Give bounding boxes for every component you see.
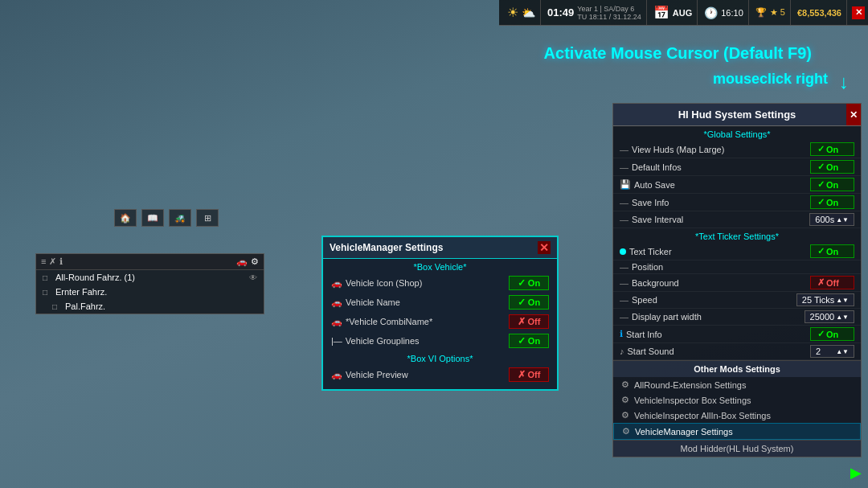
hud-label-start-sound: ♪ Start Sound <box>620 347 807 356</box>
mod-item-vehicle-manager[interactable]: ⚙ VehicleManager Settings <box>613 423 861 440</box>
mod-label-allround: AllRound-Extension Settings <box>634 380 746 390</box>
hud-settings-title: HI Hud System Settings <box>678 109 796 121</box>
floppy-icon: 💾 <box>620 179 631 190</box>
vm-setting-vehicle-grouplines: |— Vehicle Grouplines ✓ On <box>323 331 557 351</box>
vm-label-vehicle-preview: 🚗 Vehicle Preview <box>331 370 504 380</box>
cursor-arrow-icon: ↓ <box>839 71 849 93</box>
icon-house[interactable]: 🏠 <box>114 209 137 227</box>
vm-toggle-vehicle-icon[interactable]: ✓ On <box>509 276 549 290</box>
hud-label-view-huds: — View Huds (Map Large) <box>620 145 807 154</box>
other-mods-header: Other Mods Settings <box>613 360 861 377</box>
hud-row-start-info: ℹ Start Info ✓ On <box>613 326 861 343</box>
hud-calendar: 📅 AUG <box>649 0 698 25</box>
vm-toggle-vehicle-combiname[interactable]: ✗ Off <box>509 314 549 329</box>
hud-text-ticker-section: *Text Ticker Settings* <box>613 228 861 243</box>
hud-toggle-text-ticker[interactable]: ✓ On <box>810 244 854 258</box>
hud-value-display-width[interactable]: 25000 ▲▼ <box>805 310 854 323</box>
mod-label-vi-allin: VehicleInspector AllIn-Box Settings <box>634 411 771 420</box>
hud-label-save-interval: — Save Interval <box>620 215 806 224</box>
hud-row-display-width: — Display part width 25000 ▲▼ <box>613 309 861 326</box>
hud-stars: 🏆 ★ 5 <box>751 0 791 25</box>
dash-icon-2: — <box>620 162 628 172</box>
hud-label-save-info: — Save Info <box>620 198 807 207</box>
dash-icon-3: — <box>620 198 628 207</box>
vehicle-label-ernter: Ernter Fahrz. <box>55 287 107 297</box>
icon-tractor[interactable]: 🚜 <box>169 209 191 227</box>
cyan-dot-ticker <box>620 248 626 255</box>
vm-toggle-vehicle-preview[interactable]: ✗ Off <box>509 367 549 382</box>
list-icon-vehicle: 🚗 <box>236 256 248 267</box>
vehicle-list-header-icons: ≡ ✗ ℹ <box>41 256 63 267</box>
hud-toggle-start-info[interactable]: ✓ On <box>810 327 854 341</box>
vm-setting-vehicle-name: 🚗 Vehicle Name ✓ On <box>323 293 557 312</box>
start-sound-stepper[interactable]: ▲▼ <box>836 348 849 355</box>
save-interval-stepper[interactable]: ▲▼ <box>836 216 849 223</box>
mod-label-vi-box: VehicleInspector Box Settings <box>634 396 751 405</box>
vehicle-item-allround[interactable]: □ All-Round Fahrz. (1) 👁 <box>36 270 264 285</box>
dash-icon-8: — <box>620 312 628 322</box>
hud-row-save-interval: — Save Interval 600s ▲▼ <box>613 211 861 228</box>
icon-grid[interactable]: ⊞ <box>196 209 219 227</box>
gear-icon-vi-allin: ⚙ <box>621 410 629 420</box>
hud-value-save-interval[interactable]: 600s ▲▼ <box>809 213 854 226</box>
mod-item-vehicle-inspector-allin[interactable]: ⚙ VehicleInspector AllIn-Box Settings <box>613 408 861 423</box>
hud-row-background: — Background ✗ Off <box>613 274 861 292</box>
vm-toggle-vehicle-grouplines[interactable]: ✓ On <box>509 334 549 348</box>
vehicle-section-box-vehicle: *Box Vehicle* <box>323 259 557 273</box>
gear-icon-allround: ⚙ <box>621 379 629 390</box>
mod-item-vehicle-inspector-box[interactable]: ⚙ VehicleInspector Box Settings <box>613 392 861 408</box>
hud-label-display-width: — Display part width <box>620 312 801 322</box>
display-width-stepper[interactable]: ▲▼ <box>836 314 849 321</box>
hud-row-start-sound: ♪ Start Sound 2 ▲▼ <box>613 343 861 360</box>
gear-icon-vi-box: ⚙ <box>621 395 629 405</box>
hud-month: AUG <box>673 8 692 18</box>
vm-icon-car1: 🚗 <box>331 278 342 289</box>
vm-icon-car2: 🚗 <box>331 297 342 308</box>
vehicle-section-box-vi: *Box VI Options* <box>323 351 557 365</box>
list-icon-lines: ≡ <box>41 256 46 267</box>
hud-label-text-ticker: Text Ticker <box>620 247 807 256</box>
dash-icon-4: — <box>620 215 628 224</box>
vehicle-eye-allround[interactable]: 👁 <box>249 273 257 282</box>
hud-toggle-background[interactable]: ✗ Off <box>810 276 854 289</box>
hud-close-button[interactable]: ✕ <box>852 6 865 19</box>
dash-icon-1: — <box>620 145 628 154</box>
vm-icon-car-preview: 🚗 <box>331 370 342 380</box>
hud-value-start-sound[interactable]: 2 ▲▼ <box>810 345 854 358</box>
hud-toggle-view-huds[interactable]: ✓ On <box>810 142 854 156</box>
mod-item-allround[interactable]: ⚙ AllRound-Extension Settings <box>613 377 861 392</box>
hud-label-speed: — Speed <box>620 295 793 305</box>
hud-toggle-default-infos[interactable]: ✓ On <box>810 160 854 174</box>
hud-row-view-huds: — View Huds (Map Large) ✓ On <box>613 141 861 158</box>
hud-toggle-auto-save[interactable]: ✓ On <box>810 178 854 191</box>
vehicle-item-pal[interactable]: □ Pal.Fahrz. <box>36 299 264 314</box>
vehicle-item-ernter[interactable]: □ Ernter Fahrz. <box>36 285 264 299</box>
vm-setting-vehicle-icon: 🚗 Vehicle Icon (Shop) ✓ On <box>323 273 557 293</box>
mod-hidder: Mod Hidder(HL Hud System) <box>613 440 861 457</box>
vm-setting-vehicle-combiname: 🚗 *Vehicle CombiName* ✗ Off <box>323 312 557 331</box>
icon-book[interactable]: 📖 <box>141 209 164 227</box>
vm-toggle-vehicle-name[interactable]: ✓ On <box>509 295 549 310</box>
hud-value-speed[interactable]: 25 Ticks ▲▼ <box>796 293 854 306</box>
hud-time: 01:49 <box>547 6 574 18</box>
speed-stepper[interactable]: ▲▼ <box>836 297 849 304</box>
hud-toggle-save-info[interactable]: ✓ On <box>810 195 854 209</box>
hud-day-date: TU 18:11 / 31.12.24 <box>577 13 641 21</box>
hud-row-default-infos: — Default Infos ✓ On <box>613 158 861 176</box>
hud-weather: ☀ ⛅ <box>502 0 541 25</box>
hud-settings-close[interactable]: ✕ <box>846 104 861 125</box>
vehicle-manager-title: VehicleManager Settings <box>330 242 443 253</box>
activate-cursor-text: Activate Mouse Cursor (Default F9) <box>544 44 812 63</box>
mod-label-vm: VehicleManager Settings <box>635 427 733 437</box>
vehicle-checkbox-allround: □ <box>43 273 52 282</box>
vehicle-manager-close[interactable]: ✕ <box>538 241 551 254</box>
vehicle-manager-panel: VehicleManager Settings ✕ *Box Vehicle* … <box>321 236 559 391</box>
vehicle-checkbox-ernter: □ <box>43 288 52 297</box>
hud-settings-panel: HI Hud System Settings ✕ *Global Setting… <box>612 103 862 457</box>
vehicle-label-allround: All-Round Fahrz. (1) <box>55 273 135 282</box>
small-icons-panel: 🏠 📖 🚜 ⊞ <box>114 209 219 227</box>
hud-stars-value: ★ 5 <box>770 7 785 18</box>
hud-row-text-ticker: Text Ticker ✓ On <box>613 243 861 260</box>
hud-row-save-info: — Save Info ✓ On <box>613 194 861 211</box>
dash-icon-5: — <box>620 262 628 272</box>
